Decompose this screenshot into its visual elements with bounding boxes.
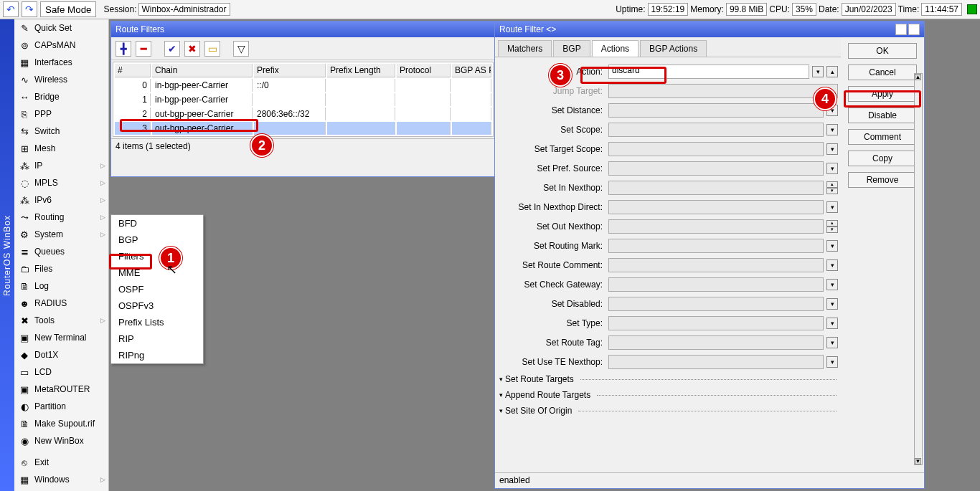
copy-button[interactable]: Copy [848, 151, 917, 166]
chevron-down-icon: ▾ [499, 407, 503, 414]
chevron-down-icon[interactable]: ▾ [826, 201, 838, 213]
chevron-down-icon[interactable]: ▾ [826, 298, 838, 310]
filter-button[interactable]: ▽ [233, 41, 249, 57]
column-header[interactable]: # [115, 64, 151, 77]
sidebar-item-new-winbox[interactable]: ◉New WinBox [14, 432, 108, 449]
sidebar-item-exit[interactable]: ⎋Exit [14, 454, 108, 471]
undo-button[interactable]: ↶ [3, 1, 19, 17]
chevron-down-icon[interactable]: ▾ [812, 66, 824, 77]
up-icon[interactable]: ▴ [826, 181, 838, 188]
chevron-down-icon[interactable]: ▾ [826, 279, 838, 290]
add-button[interactable]: ╋ [116, 41, 131, 57]
tab-actions[interactable]: Actions [592, 40, 639, 57]
sidebar-item-system[interactable]: ⚙System▷ [14, 226, 108, 243]
up-icon[interactable]: ▴ [826, 66, 838, 77]
comment-button[interactable]: Comment [848, 129, 917, 145]
collapse-section[interactable]: ▾ Set Route Targets [498, 371, 838, 387]
chevron-down-icon[interactable]: ▾ [826, 318, 838, 329]
table-row[interactable]: 3out-bgp-peer-Carrier [115, 122, 491, 135]
sidebar-item-ipv6[interactable]: ⁂IPv6▷ [14, 191, 108, 209]
session-label: Session: [103, 4, 136, 14]
cancel-button[interactable]: Cancel [848, 65, 917, 80]
disable-button[interactable]: Disable [848, 108, 917, 123]
ok-button[interactable]: OK [848, 43, 917, 59]
chevron-down-icon[interactable]: ▾ [826, 105, 838, 116]
route-filters-table[interactable]: #ChainPrefixPrefix LengthProtocolBGP AS … [113, 62, 494, 137]
field-input[interactable]: discard [608, 65, 809, 79]
sidebar-item-ip[interactable]: ⁂IP▷ [14, 157, 108, 174]
safe-mode-button[interactable]: Safe Mode [40, 1, 96, 17]
route-filters-title[interactable]: Route Filters [111, 22, 495, 37]
sidebar-item-radius[interactable]: ☻RADIUS [14, 295, 108, 312]
field-label: Set In Nexthop Direct: [498, 202, 606, 212]
collapse-section[interactable]: ▾ Set Site Of Origin [498, 403, 838, 419]
tab-matchers[interactable]: Matchers [498, 40, 552, 57]
column-header[interactable]: Chain [152, 64, 253, 77]
tab-bgp-actions[interactable]: BGP Actions [640, 40, 707, 57]
submenu-item-bgp[interactable]: BGP [111, 232, 203, 248]
sidebar-item-switch[interactable]: ⇆Switch [14, 123, 108, 140]
sidebar-item-windows[interactable]: ▦Windows▷ [14, 471, 108, 488]
column-header[interactable]: BGP AS P [452, 64, 491, 77]
sidebar-item-capsman[interactable]: ⊚CAPsMAN [14, 37, 108, 54]
sidebar-item-ppp[interactable]: ⎘PPP [14, 105, 108, 123]
chevron-down-icon[interactable]: ▾ [826, 356, 838, 368]
sidebar-item-mpls[interactable]: ◌MPLS▷ [14, 174, 108, 191]
route-filter-dialog-title[interactable]: Route Filter <> ▭ ✕ [495, 22, 924, 37]
apply-button[interactable]: Apply [848, 86, 917, 102]
scrollbar[interactable]: ▲ ▼ [914, 73, 923, 465]
chevron-down-icon[interactable]: ▾ [826, 124, 838, 135]
sidebar-label: System [34, 229, 63, 239]
submenu-item-bfd[interactable]: BFD [111, 215, 203, 232]
sidebar-item-lcd[interactable]: ▭LCD [14, 363, 108, 381]
up-icon[interactable]: ▴ [826, 220, 838, 227]
chevron-down-icon[interactable]: ▾ [826, 163, 838, 174]
disable-button[interactable]: ✖ [184, 41, 200, 57]
down-icon[interactable]: ▾ [826, 188, 838, 194]
sidebar-item-log[interactable]: 🗎Log [14, 277, 108, 295]
sidebar-item-routing[interactable]: ⤳Routing▷ [14, 209, 108, 226]
sidebar-item-quick-set[interactable]: ✎Quick Set [14, 19, 108, 37]
table-row[interactable]: 2out-bgp-peer-Carrier2806:3e6::/32 [115, 108, 491, 120]
sidebar-item-make-supout-rif[interactable]: 🗎Make Supout.rif [14, 415, 108, 432]
chevron-down-icon[interactable]: ▾ [826, 143, 838, 155]
chevron-down-icon[interactable]: ▾ [826, 337, 838, 348]
close-icon[interactable]: ✕ [908, 24, 920, 35]
sidebar-item-metarouter[interactable]: ▣MetaROUTER [14, 381, 108, 398]
submenu-item-rip[interactable]: RIP [111, 330, 203, 347]
submenu-item-ripng[interactable]: RIPng [111, 347, 203, 363]
submenu-item-ospf[interactable]: OSPF [111, 281, 203, 297]
comment-button[interactable]: ▭ [204, 41, 220, 57]
sidebar-item-queues[interactable]: ≣Queues [14, 243, 108, 260]
submenu-item-prefix-lists[interactable]: Prefix Lists [111, 314, 203, 330]
sidebar-item-partition[interactable]: ◐Partition [14, 398, 108, 415]
collapse-section[interactable]: ▾ Append Route Targets [498, 387, 838, 403]
sidebar-item-tools[interactable]: ✖Tools▷ [14, 312, 108, 329]
tab-bgp[interactable]: BGP [553, 40, 590, 57]
sidebar-item-dot1x[interactable]: ◆Dot1X [14, 346, 108, 363]
chevron-down-icon[interactable]: ▾ [826, 259, 838, 271]
sidebar-item-mesh[interactable]: ⊞Mesh [14, 140, 108, 157]
sidebar-item-bridge[interactable]: ↔Bridge [14, 88, 108, 105]
submenu-item-ospfv3[interactable]: OSPFv3 [111, 297, 203, 314]
minimize-icon[interactable]: ▭ [895, 24, 907, 35]
remove-button[interactable]: Remove [848, 172, 917, 188]
column-header[interactable]: Prefix Length [327, 64, 395, 77]
table-row[interactable]: 1in-bgp-peer-Carrier [115, 93, 491, 106]
field-input [608, 297, 824, 311]
column-header[interactable]: Protocol [397, 64, 451, 77]
table-row[interactable]: 0in-bgp-peer-Carrier::/0 [115, 79, 491, 92]
enable-button[interactable]: ✔ [164, 41, 180, 57]
sidebar-item-new-terminal[interactable]: ▣New Terminal [14, 329, 108, 346]
sidebar-item-files[interactable]: 🗀Files [14, 260, 108, 277]
column-header[interactable]: Prefix [254, 64, 326, 77]
sidebar-item-wireless[interactable]: ∿Wireless [14, 71, 108, 88]
sidebar-item-interfaces[interactable]: ▦Interfaces [14, 54, 108, 71]
down-icon[interactable]: ▾ [826, 227, 838, 233]
chevron-down-icon[interactable]: ▾ [826, 240, 838, 252]
remove-button[interactable]: ━ [136, 41, 151, 57]
submenu-item-mme[interactable]: MME [111, 264, 203, 281]
field-input [608, 181, 824, 195]
submenu-item-filters[interactable]: Filters [111, 248, 203, 264]
redo-button[interactable]: ↷ [22, 1, 37, 17]
